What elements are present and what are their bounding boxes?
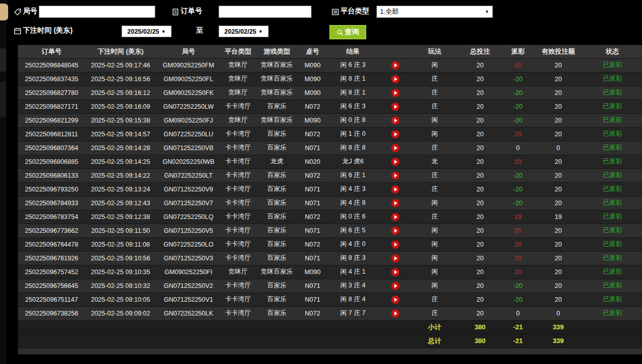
cell-replay	[379, 127, 411, 141]
cell-replay	[379, 100, 411, 113]
col-status: 状态	[583, 45, 642, 58]
cell-table-no: N071	[299, 279, 326, 293]
replay-button[interactable]	[391, 103, 399, 111]
cell-order-no: 250225096757452	[18, 265, 85, 279]
replay-button[interactable]	[391, 296, 399, 304]
cell-bet-time: 2025-02-25 09:10:05	[85, 293, 156, 306]
cell-total-bet: 20	[458, 293, 502, 306]
replay-button[interactable]	[391, 309, 399, 318]
cell-play: 庄	[411, 306, 458, 320]
platform-select[interactable]: 1.全部 ▼	[376, 6, 493, 18]
cell-game-type: 百家乐	[255, 224, 299, 237]
cell-order-no: 250225096756645	[18, 279, 85, 293]
cell-game-type: 百家乐	[255, 141, 299, 155]
date-from-picker[interactable]: 2025/02/25 ▼	[122, 26, 172, 37]
cell-round-no: GN071252250V7	[156, 196, 221, 210]
cell-payout: -20	[502, 279, 534, 293]
cell-total-bet: 20	[458, 155, 502, 168]
cell-round-no: GN072252250LK	[156, 306, 221, 320]
cell-status: 已派彩	[583, 141, 642, 155]
cell-payout: -20	[502, 113, 534, 127]
cell-total-bet: 20	[458, 224, 502, 237]
cell-round-no: GN072252250LW	[156, 100, 221, 113]
replay-button[interactable]	[391, 254, 399, 262]
cell-order-no: 250225096848045	[18, 58, 85, 72]
cell-bet-time: 2025-02-25 09:12:38	[85, 210, 156, 224]
cell-platform: 卡卡湾厅	[221, 279, 255, 293]
order-label: 订单号	[181, 7, 202, 16]
cell-result: 闲 4 庄 3	[326, 182, 379, 196]
table-row: 250225096812811 2025-02-25 09:14:57 GN07…	[18, 127, 642, 141]
cell-play: 闲	[411, 224, 458, 237]
cell-play: 闲	[411, 251, 458, 265]
cell-replay	[379, 306, 411, 320]
cell-order-no: 250225096827171	[18, 100, 85, 113]
cell-total-bet: 20	[458, 182, 502, 196]
drawer-handle[interactable]	[0, 4, 8, 20]
cell-order-no: 250225096827780	[18, 86, 85, 100]
cell-replay	[379, 72, 411, 86]
caret-down-icon: ▼	[258, 29, 263, 34]
date-to-picker[interactable]: 2025/02/25 ▼	[219, 26, 269, 37]
round-label: 局号	[23, 7, 37, 16]
cell-game-type: 竞咪百家乐	[255, 86, 299, 100]
cell-payout: 20	[502, 127, 534, 141]
table-row: 250225096806133 2025-02-25 09:14:22 GN07…	[18, 168, 642, 182]
cell-platform: 卡卡湾厅	[221, 168, 255, 182]
cell-table-no: N072	[299, 237, 326, 251]
cell-game-type: 百家乐	[255, 127, 299, 141]
play-icon	[394, 187, 397, 191]
cell-status: 已派彩	[583, 224, 642, 237]
cell-payout: -20	[502, 196, 534, 210]
total-row: 总计 380 -21 339	[18, 334, 642, 348]
date-from-value: 2025/02/25	[127, 28, 159, 35]
cell-bet-time: 2025-02-25 09:10:56	[85, 251, 156, 265]
cell-valid-bet: 20	[534, 127, 583, 141]
replay-button[interactable]	[391, 227, 399, 235]
tag-icon	[14, 8, 21, 16]
cell-platform: 卡卡湾厅	[221, 141, 255, 155]
cell-game-type: 竞咪百家乐	[255, 113, 299, 127]
replay-button[interactable]	[391, 75, 399, 83]
cell-round-no: GN072252250LU	[156, 127, 221, 141]
col-bet-time: 下注时间 (美东)	[85, 45, 156, 58]
replay-button[interactable]	[391, 130, 399, 138]
cell-total-bet: 20	[458, 196, 502, 210]
replay-button[interactable]	[391, 185, 399, 193]
replay-button[interactable]	[391, 240, 399, 249]
cell-bet-time: 2025-02-25 09:09:02	[85, 306, 156, 320]
cell-result: 闲 6 庄 1	[326, 168, 379, 182]
cell-status: 已派彩	[583, 127, 642, 141]
replay-button[interactable]	[391, 172, 399, 180]
cell-replay	[379, 279, 411, 293]
cell-round-no: GM090252250FK	[156, 86, 221, 100]
round-input[interactable]	[39, 6, 155, 18]
cell-total-bet: 20	[458, 279, 502, 293]
replay-button[interactable]	[391, 268, 399, 276]
col-valid-bet: 有效投注额	[534, 45, 583, 58]
cell-round-no: GN072252250LO	[156, 237, 221, 251]
cell-order-no: 250225096807364	[18, 141, 85, 155]
col-order-no: 订单号	[18, 45, 85, 58]
table-row: 250225096827780 2025-02-25 09:16:12 GM09…	[18, 86, 642, 100]
cell-result: 闲 4 庄 8	[326, 196, 379, 210]
query-button[interactable]: 查询	[329, 25, 366, 39]
cell-valid-bet: 20	[534, 86, 583, 100]
total-payout: -21	[502, 334, 534, 348]
cell-replay	[379, 182, 411, 196]
replay-button[interactable]	[391, 213, 399, 221]
cell-valid-bet: 20	[534, 265, 583, 279]
cell-play: 闲	[411, 58, 458, 72]
replay-button[interactable]	[391, 199, 399, 207]
order-input[interactable]	[219, 6, 312, 18]
subtotal-row: 小计 380 -21 339	[18, 320, 642, 334]
replay-button[interactable]	[391, 158, 399, 166]
replay-button[interactable]	[391, 144, 399, 152]
cell-table-no: N072	[299, 127, 326, 141]
cell-status: 已派彩	[583, 210, 642, 224]
replay-button[interactable]	[391, 61, 399, 69]
replay-button[interactable]	[391, 282, 399, 290]
replay-button[interactable]	[391, 116, 399, 125]
replay-button[interactable]	[391, 89, 399, 97]
cell-table-no: N071	[299, 293, 326, 306]
